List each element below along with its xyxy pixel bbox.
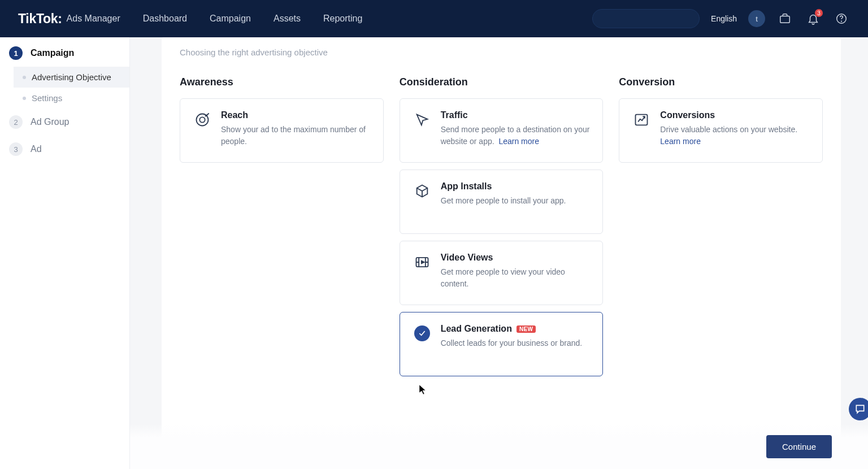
account-selector[interactable] — [592, 9, 700, 28]
heading-consideration: Consideration — [400, 76, 604, 88]
top-nav: Dashboard Campaign Assets Reporting — [143, 14, 363, 24]
step-ad[interactable]: 3 Ad — [0, 136, 129, 163]
svg-rect-0 — [780, 16, 790, 23]
card-desc: Send more people to a destination on you… — [441, 124, 592, 147]
svg-point-2 — [841, 21, 842, 21]
learn-more-link[interactable]: Learn more — [660, 137, 701, 146]
card-video-views[interactable]: Video Views Get more people to view your… — [400, 241, 604, 305]
column-awareness: Awareness Reach Show your ad to the maxi… — [180, 76, 384, 383]
step-campaign[interactable]: 1 Campaign — [0, 40, 129, 67]
card-title: Video Views — [441, 253, 592, 263]
chart-icon — [633, 111, 650, 128]
language-selector[interactable]: English — [711, 14, 737, 23]
header-right: English t 3 — [592, 9, 850, 28]
main-panel: Choosing the right advertising objective… — [162, 37, 841, 469]
bell-icon[interactable]: 3 — [805, 10, 822, 27]
floating-help-button[interactable] — [849, 398, 868, 420]
nav-assets[interactable]: Assets — [274, 14, 301, 24]
nav-reporting[interactable]: Reporting — [323, 14, 362, 24]
card-title: App Installs — [441, 181, 592, 192]
sidebar: 1 Campaign Advertising Objective Setting… — [0, 37, 130, 469]
target-icon — [194, 111, 211, 128]
brand-text: TikTok: — [18, 11, 62, 27]
footer: Continue — [130, 424, 868, 469]
heading-conversion: Conversion — [619, 76, 823, 88]
step-campaign-label: Campaign — [31, 48, 74, 58]
card-title: Reach — [221, 110, 372, 120]
step-ad-label: Ad — [31, 144, 42, 154]
card-desc: Show your ad to the maximum number of pe… — [221, 124, 372, 147]
card-desc: Collect leads for your business or brand… — [441, 337, 592, 349]
nav-dashboard[interactable]: Dashboard — [143, 14, 187, 24]
card-title: Traffic — [441, 110, 592, 120]
card-conversions[interactable]: Conversions Drive valuable actions on yo… — [619, 98, 823, 163]
help-icon[interactable] — [833, 10, 850, 27]
page-subtitle: Choosing the right advertising objective — [180, 47, 823, 57]
nav-campaign[interactable]: Campaign — [210, 14, 251, 24]
substep-settings[interactable]: Settings — [14, 88, 129, 108]
card-app-installs[interactable]: App Installs Get more people to install … — [400, 170, 604, 234]
cursor-icon — [414, 111, 431, 128]
heading-awareness: Awareness — [180, 76, 384, 88]
svg-point-4 — [199, 117, 205, 122]
briefcase-icon[interactable] — [776, 10, 793, 27]
card-traffic[interactable]: Traffic Send more people to a destinatio… — [400, 98, 604, 163]
column-consideration: Consideration Traffic Send more people t… — [400, 76, 604, 383]
learn-more-link[interactable]: Learn more — [498, 137, 539, 146]
substep-advertising-objective[interactable]: Advertising Objective — [14, 67, 129, 88]
app-header: TikTok: Ads Manager Dashboard Campaign A… — [0, 0, 868, 37]
continue-button[interactable]: Continue — [766, 435, 832, 458]
avatar[interactable]: t — [748, 10, 765, 27]
step-ad-group-label: Ad Group — [31, 117, 69, 127]
card-desc: Get more people to view your video conte… — [441, 266, 592, 290]
card-reach[interactable]: Reach Show your ad to the maximum number… — [180, 98, 384, 163]
dot-icon — [23, 97, 26, 100]
step-ad-group[interactable]: 2 Ad Group — [0, 108, 129, 136]
notification-badge: 3 — [815, 9, 823, 17]
checkmark-circle-icon — [414, 325, 431, 342]
card-desc: Drive valuable actions on your website. … — [660, 124, 811, 147]
video-icon — [414, 254, 431, 271]
column-conversion: Conversion Conversions Drive valuable ac… — [619, 76, 823, 383]
dot-icon — [23, 76, 26, 79]
brand-subtext: Ads Manager — [67, 14, 120, 24]
box-icon — [414, 183, 431, 199]
new-badge: NEW — [517, 325, 536, 333]
card-title: Lead Generation NEW — [441, 324, 592, 334]
card-title: Conversions — [660, 110, 811, 120]
brand: TikTok: Ads Manager — [18, 11, 120, 27]
card-desc: Get more people to install your app. — [441, 195, 592, 207]
card-lead-generation[interactable]: Lead Generation NEW Collect leads for yo… — [400, 312, 604, 376]
